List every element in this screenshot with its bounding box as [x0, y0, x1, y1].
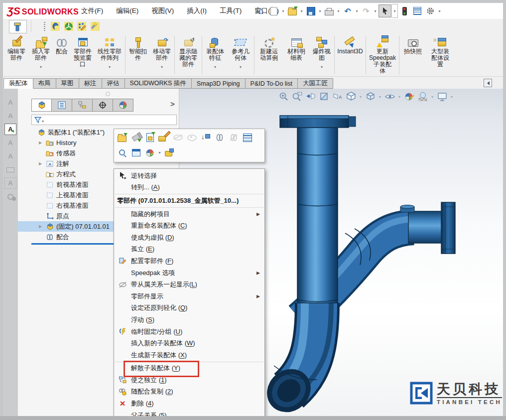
open-dropdown[interactable]	[299, 5, 304, 17]
menu-item-show-with-dependents[interactable]: 带从属关系一起显示(L)	[114, 279, 264, 290]
tab-markup[interactable]: 标注	[79, 78, 102, 89]
filter-dropdown[interactable]	[42, 116, 44, 125]
ribbon-bill-of-materials[interactable]: 材料明 细表	[283, 34, 310, 76]
ribbon-reference-geometry[interactable]: • 参考几 何体	[228, 34, 253, 76]
vertical-pipe[interactable]	[297, 128, 338, 303]
new-dropdown[interactable]	[280, 5, 286, 17]
tab-assembly[interactable]: 装配体	[3, 78, 33, 89]
ribbon-linear-component-pattern[interactable]: 线性零部 件阵列	[95, 34, 125, 76]
menu-item-rename-assembly[interactable]: 重新命名装配体 (C)	[114, 220, 264, 232]
menu-item-go-to[interactable]: 转到... (A)	[114, 182, 264, 194]
task-pane-collapse-icon[interactable]	[484, 79, 492, 87]
interference-traffic-light-icon[interactable]	[398, 5, 410, 17]
menu-insert[interactable]: 插入(I)	[180, 4, 213, 18]
save-dropdown[interactable]	[317, 5, 323, 17]
suppress-icon[interactable]	[162, 146, 176, 159]
redo-icon[interactable]: ↷	[360, 5, 372, 17]
menu-item-isolate[interactable]: 孤立 (E)	[114, 244, 264, 256]
tab-daguo-gongjiang[interactable]: 大国工匠	[298, 78, 333, 89]
ribbon-move-component[interactable]: ↷ 移动零 部件	[150, 34, 174, 76]
tab-smap3d-piping[interactable]: Smap3D Piping	[192, 78, 246, 89]
ribbon-show-hidden-components[interactable]: ↺ 显示隐 藏的零 部件	[175, 34, 201, 76]
undo-dropdown[interactable]	[354, 5, 360, 17]
menu-tools[interactable]: 工具(T)	[213, 4, 248, 18]
zoom-to-selection-icon[interactable]	[115, 146, 129, 159]
smap3d-rotor-icon[interactable]	[63, 21, 74, 32]
bottom-elbow[interactable]	[258, 303, 331, 416]
mate-paperclip-icon[interactable]	[213, 131, 227, 144]
letter-a-export-icon[interactable]	[4, 124, 16, 135]
ribbon-update-speedpak[interactable]: 更新 Speedpak 子装配 体	[367, 34, 398, 76]
letter-a-new-icon[interactable]	[4, 97, 16, 108]
new-document-icon[interactable]	[268, 5, 280, 17]
ribbon-exploded-view[interactable]: 爆炸视 图	[310, 34, 334, 76]
tab-solidworks-addins[interactable]: SOLIDWORKS 插件	[125, 78, 192, 89]
select-cursor-icon[interactable]	[379, 4, 391, 17]
show-hidden-components-icon[interactable]	[185, 131, 199, 144]
end-of-tree-rollbar[interactable]	[31, 243, 116, 245]
ribbon-new-motion-study[interactable]: ★ 新建运 动算例	[255, 34, 283, 76]
tab-evaluate[interactable]: 评估	[102, 78, 125, 89]
tab-display-manager[interactable]	[113, 99, 133, 112]
expand-arrow-icon[interactable]: ▶	[39, 224, 46, 229]
smap3d-sketch-edit-icon[interactable]	[76, 21, 87, 32]
expand-arrow-icon[interactable]: ▶	[39, 161, 46, 166]
tab-configuration-manager[interactable]	[72, 99, 93, 112]
menu-item-speedpak-options[interactable]: Speedpak 选项	[114, 267, 264, 279]
tab-property-manager[interactable]	[52, 99, 72, 112]
letter-a-add-icon[interactable]	[4, 137, 16, 148]
letter-a-settings-icon[interactable]	[4, 150, 16, 162]
ribbon-assembly-features[interactable]: 装配体 特征	[203, 34, 228, 76]
settings-gear-icon[interactable]	[424, 5, 436, 17]
options-list-icon[interactable]	[411, 5, 423, 17]
menu-item-set-resolved-to-lightweight[interactable]: 设定还原到轻化 (Q)	[114, 302, 264, 314]
tab-layout[interactable]: 布局	[33, 78, 56, 89]
menu-item-delete[interactable]: 删除 (4)	[114, 398, 264, 410]
menu-item-insert-new-subassembly[interactable]: 插入新的子装配体 (W)	[114, 337, 264, 349]
menu-item-component-display[interactable]: 零部件显示	[114, 290, 264, 302]
insert-components-icon[interactable]	[199, 131, 213, 144]
undo-icon[interactable]: ↶	[342, 5, 354, 17]
appearance-dropdown[interactable]	[157, 146, 162, 158]
open-in-position-icon[interactable]	[115, 131, 129, 144]
tab-dimxpert-manager[interactable]	[93, 99, 113, 112]
edit-assembly-icon[interactable]	[157, 131, 171, 144]
menu-edit[interactable]: 编辑(E)	[110, 4, 145, 18]
menu-item-copy-with-mates[interactable]: 随配合复制 (2)	[114, 386, 264, 398]
menu-item-form-new-subassembly[interactable]: 生成新子装配体 (X)	[114, 349, 264, 361]
expand-arrow-icon[interactable]: ▶	[39, 140, 46, 145]
gears-link-icon[interactable]	[4, 191, 16, 202]
menu-file[interactable]: 文件(F)	[75, 4, 110, 18]
toolbar-drag-grip[interactable]	[44, 22, 45, 31]
settings-dropdown[interactable]	[437, 5, 442, 17]
print-dropdown[interactable]	[336, 5, 341, 17]
save-icon[interactable]	[305, 5, 317, 17]
panel-flyout-arrow-icon[interactable]: >	[170, 100, 175, 108]
tree-filter-input[interactable]	[31, 115, 177, 125]
home-icon[interactable]: ⌂	[255, 5, 267, 17]
ribbon-smart-fasteners[interactable]: 智能扣 件	[126, 34, 150, 76]
smap3d-shell-icon[interactable]	[50, 21, 61, 32]
ribbon-edit-component[interactable]: 编辑零 部件	[4, 34, 29, 76]
redo-dropdown[interactable]	[373, 5, 378, 17]
appearance-ball-icon[interactable]	[143, 146, 157, 159]
menu-item-float[interactable]: 浮动 (S)	[114, 314, 264, 326]
menu-item-make-virtual[interactable]: 使成为虚拟 (D)	[114, 232, 264, 244]
select-dropdown[interactable]	[392, 4, 398, 18]
menu-item-invert-selection[interactable]: 逆转选择	[114, 170, 264, 182]
letter-a-stamp-icon[interactable]	[4, 177, 16, 189]
tab-pid-todo-list[interactable]: P&ID To-Do list	[246, 78, 298, 89]
ribbon-component-preview-window[interactable]: 零部件 预览窗 口	[71, 34, 95, 76]
panel-grip-icon[interactable]	[106, 92, 110, 96]
replace-components-icon[interactable]	[143, 131, 157, 144]
view-mates-icon[interactable]	[227, 131, 241, 144]
printer-icon[interactable]	[4, 164, 16, 175]
menu-item-temporary-fix-group[interactable]: 临时固定/分组 (U)	[114, 326, 264, 338]
open-icon[interactable]	[286, 5, 298, 17]
letter-a-edit-icon[interactable]	[4, 110, 16, 122]
ribbon-large-assembly-settings[interactable]: ≡ 大型装 配体设 置	[426, 34, 455, 76]
hide-component-icon[interactable]	[171, 131, 185, 144]
ribbon-take-snapshot[interactable]: 拍快照	[400, 34, 426, 76]
print-icon[interactable]	[323, 5, 335, 17]
ribbon-insert-component[interactable]: 插入零 部件	[29, 34, 53, 76]
